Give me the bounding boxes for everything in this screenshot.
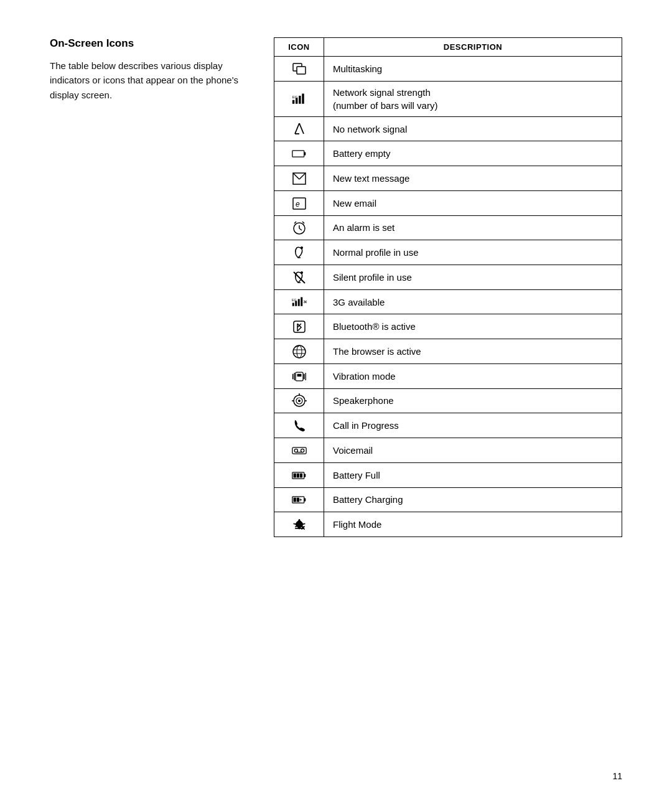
table-row: Call in Progress	[274, 413, 622, 438]
table-row: EG 3G 3G available	[274, 289, 622, 314]
icon-cell-vibration	[274, 363, 324, 388]
table-row: e New email	[274, 190, 622, 215]
icon-cell-battery_full	[274, 462, 324, 487]
desc-cell-signal: Network signal strength(number of bars w…	[324, 81, 622, 116]
icon-cell-signal: EG	[274, 81, 324, 116]
table-row: New text message	[274, 166, 622, 191]
svg-text:EG: EG	[292, 95, 297, 99]
section-description: The table below describes various displa…	[50, 59, 249, 102]
svg-rect-43	[297, 373, 301, 376]
table-row: Silent profile in use	[274, 265, 622, 290]
svg-rect-2	[292, 100, 294, 104]
svg-line-21	[302, 222, 304, 223]
table-row: An alarm is set	[274, 215, 622, 240]
svg-point-51	[294, 449, 297, 452]
svg-point-35	[297, 345, 302, 358]
icon-cell-alarm	[274, 215, 324, 240]
svg-point-52	[301, 449, 304, 452]
desc-cell-normal_profile: Normal profile in use	[324, 240, 622, 265]
svg-rect-55	[304, 474, 306, 477]
icon-cell-email: e	[274, 190, 324, 215]
svg-line-13	[293, 173, 299, 179]
svg-rect-58	[299, 473, 302, 477]
svg-rect-27	[292, 303, 294, 306]
icon-cell-call	[274, 413, 324, 438]
desc-cell-browser: The browser is active	[324, 339, 622, 364]
desc-cell-battery_full: Battery Full	[324, 462, 622, 487]
desc-cell-flight_mode: Flight Mode	[324, 512, 622, 537]
desc-cell-text_message: New text message	[324, 166, 622, 191]
svg-text:EG: EG	[292, 299, 297, 302]
table-row: The browser is active	[274, 339, 622, 364]
svg-line-9	[299, 123, 304, 134]
svg-point-23	[301, 246, 303, 249]
icon-cell-speakerphone	[274, 388, 324, 413]
desc-cell-vibration: Vibration mode	[324, 363, 622, 388]
table-row: Bluetooth® is active	[274, 314, 622, 339]
icon-cell-text_message	[274, 166, 324, 191]
section-title: On-Screen Icons	[50, 37, 249, 50]
table-row: Speakerphone	[274, 388, 622, 413]
table-header-icon: Icon	[274, 38, 324, 57]
desc-cell-3g: 3G available	[324, 289, 622, 314]
icon-cell-multitasking	[274, 57, 324, 82]
page-content: On-Screen Icons The table below describe…	[50, 37, 622, 537]
icon-cell-no_signal	[274, 116, 324, 141]
svg-point-46	[298, 400, 301, 402]
table-row: Battery Charging	[274, 487, 622, 512]
icon-cell-3g: EG 3G	[274, 289, 324, 314]
table-row: Vibration mode	[274, 363, 622, 388]
desc-cell-voicemail: Voicemail	[324, 438, 622, 463]
svg-rect-60	[304, 499, 306, 502]
svg-rect-5	[302, 94, 304, 104]
svg-rect-61	[293, 498, 296, 502]
svg-line-7	[295, 123, 299, 134]
table-row: Battery empty	[274, 141, 622, 166]
svg-rect-1	[297, 67, 306, 74]
table-row: Voicemail	[274, 438, 622, 463]
svg-line-14	[299, 173, 306, 179]
desc-cell-bluetooth: Bluetooth® is active	[324, 314, 622, 339]
svg-rect-30	[301, 298, 302, 306]
svg-line-20	[294, 222, 296, 223]
svg-rect-33	[294, 321, 305, 332]
icons-table: Icon Description Multitasking EG Network…	[274, 37, 622, 537]
icon-cell-browser	[274, 339, 324, 364]
table-row: Flight Mode	[274, 512, 622, 537]
desc-cell-battery_charging: Battery Charging	[324, 487, 622, 512]
svg-text:e: e	[296, 200, 300, 209]
icon-cell-battery_charging	[274, 487, 324, 512]
icon-cell-voicemail	[274, 438, 324, 463]
table-header-description: Description	[324, 38, 622, 57]
svg-rect-11	[304, 152, 306, 156]
icon-cell-normal_profile	[274, 240, 324, 265]
icon-cell-bluetooth	[274, 314, 324, 339]
desc-cell-call: Call in Progress	[324, 413, 622, 438]
desc-cell-battery_empty: Battery empty	[324, 141, 622, 166]
desc-cell-speakerphone: Speakerphone	[324, 388, 622, 413]
svg-rect-56	[293, 473, 296, 477]
svg-rect-62	[296, 498, 299, 502]
desc-cell-multitasking: Multitasking	[324, 57, 622, 82]
table-row: Multitasking	[274, 57, 622, 82]
svg-rect-10	[292, 151, 304, 157]
left-column: On-Screen Icons The table below describe…	[50, 37, 249, 102]
right-column: Icon Description Multitasking EG Network…	[274, 37, 622, 537]
table-row: Battery Full	[274, 462, 622, 487]
desc-cell-email: New email	[324, 190, 622, 215]
svg-rect-4	[299, 96, 301, 104]
desc-cell-alarm: An alarm is set	[324, 215, 622, 240]
page-number: 11	[612, 771, 622, 781]
icon-cell-flight_mode	[274, 512, 324, 537]
icon-cell-silent_profile	[274, 265, 324, 290]
svg-point-25	[301, 271, 303, 274]
svg-rect-57	[296, 473, 299, 477]
table-row: EG Network signal strength(number of bar…	[274, 81, 622, 116]
svg-rect-29	[297, 299, 299, 306]
table-row: Normal profile in use	[274, 240, 622, 265]
desc-cell-silent_profile: Silent profile in use	[324, 265, 622, 290]
desc-cell-no_signal: No network signal	[324, 116, 622, 141]
svg-line-19	[299, 228, 302, 230]
icon-cell-battery_empty	[274, 141, 324, 166]
svg-text:3G: 3G	[303, 301, 306, 304]
